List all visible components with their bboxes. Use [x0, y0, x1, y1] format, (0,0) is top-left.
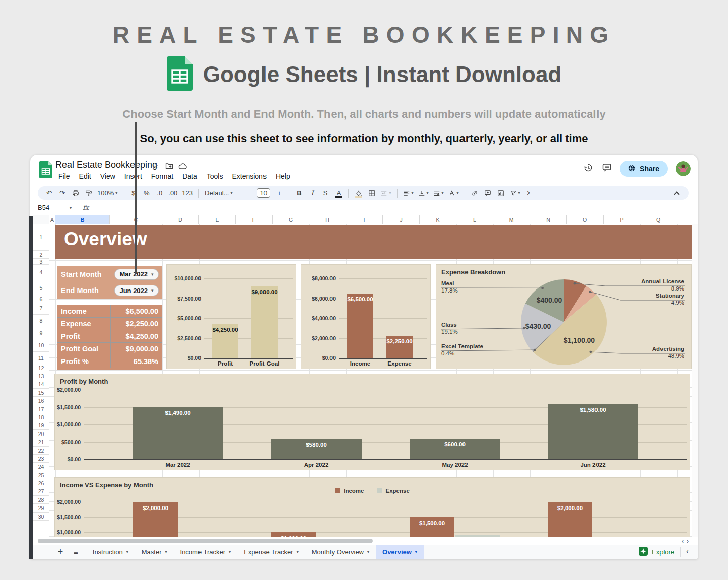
zoom-select-button[interactable]: 100%▾	[96, 188, 118, 198]
paint-format-icon[interactable]	[83, 188, 94, 198]
all-sheets-menu-icon[interactable]: ≡	[74, 548, 78, 556]
row-header-6[interactable]: 6	[33, 296, 49, 302]
row-header-20[interactable]: 20	[33, 430, 49, 438]
row-header-14[interactable]: 14	[33, 380, 49, 388]
insert-chart-icon[interactable]	[496, 188, 506, 198]
explore-button[interactable]: Explore	[639, 545, 674, 559]
version-history-icon[interactable]	[583, 163, 593, 175]
increase-decimals-button[interactable]: .00	[167, 188, 178, 198]
font-size-button[interactable]: 10	[256, 188, 271, 198]
scrollbar-arrows[interactable]: ‹›	[682, 538, 692, 545]
insert-comment-icon[interactable]	[483, 188, 493, 198]
start-month-dropdown[interactable]: Mar 2022 ▾	[114, 269, 159, 280]
row-header-28[interactable]: 28	[33, 496, 49, 504]
functions-button[interactable]: Σ	[524, 188, 535, 198]
col-header-H[interactable]: H	[309, 215, 346, 224]
avatar[interactable]	[676, 161, 691, 176]
share-button[interactable]: Share	[620, 161, 668, 177]
fill-color-icon[interactable]	[353, 188, 364, 198]
row-header-17[interactable]: 17	[33, 405, 49, 413]
end-month-dropdown[interactable]: Jun 2022 ▾	[114, 285, 159, 296]
row-header-9[interactable]: 9	[33, 327, 49, 339]
row-header-7[interactable]: 7	[33, 302, 49, 315]
row-header-10[interactable]: 10	[33, 339, 49, 352]
col-header-D[interactable]: D	[162, 215, 199, 224]
row-header-12[interactable]: 12	[33, 364, 49, 372]
row-header-23[interactable]: 23	[33, 455, 49, 463]
tab-monthly-overview[interactable]: Monthly Overview▾	[305, 545, 376, 559]
star-icon[interactable]: ☆	[152, 161, 159, 170]
menu-data[interactable]: Data	[178, 171, 202, 182]
row-header-26[interactable]: 26	[33, 479, 49, 487]
font-size-decrease-button[interactable]: −	[243, 188, 253, 198]
row-header-21[interactable]: 21	[33, 438, 49, 446]
italic-button[interactable]: I	[307, 188, 317, 198]
undo-button[interactable]: ↶	[44, 188, 54, 198]
menu-format[interactable]: Format	[147, 171, 177, 182]
bold-button[interactable]: B	[294, 188, 304, 198]
format-style-select-button[interactable]: Defaul...▾	[204, 188, 233, 198]
col-header-B[interactable]: B	[55, 215, 110, 224]
col-header-L[interactable]: L	[456, 215, 493, 224]
chart-income-vs-expense[interactable]: $8,000.00$6,000.00$4,000.00$2,000.00$0.0…	[301, 264, 431, 369]
create-filter-icon[interactable]: ▾	[509, 188, 521, 198]
col-header-O[interactable]: O	[567, 215, 604, 224]
toolbar-collapse-button[interactable]	[674, 191, 679, 197]
name-box[interactable]: B54	[38, 204, 49, 211]
row-header-18[interactable]: 18	[33, 413, 49, 421]
col-header-Q[interactable]: Q	[640, 215, 677, 224]
collapse-panel-icon[interactable]: ‹	[686, 547, 689, 555]
comment-history-icon[interactable]	[602, 163, 612, 175]
menu-view[interactable]: View	[96, 171, 119, 182]
add-sheet-button[interactable]: +	[54, 547, 67, 557]
tab-expense-tracker[interactable]: Expense Tracker▾	[237, 545, 305, 559]
horizontal-scrollbar-thumb[interactable]	[38, 539, 373, 543]
col-header-N[interactable]: N	[530, 215, 567, 224]
row-header-30[interactable]: 30	[33, 513, 49, 521]
row-header-25[interactable]: 25	[33, 471, 49, 479]
horizontal-align-icon[interactable]: ▾	[402, 188, 415, 198]
insert-link-icon[interactable]	[470, 188, 480, 198]
format-percent-button[interactable]: %	[141, 188, 152, 198]
document-title[interactable]: Real Estate Bookkeeping	[55, 160, 157, 170]
row-header-5[interactable]: 5	[33, 280, 49, 296]
tab-overview[interactable]: Overview▾	[376, 545, 424, 559]
menu-help[interactable]: Help	[272, 171, 294, 182]
vertical-scrollbar[interactable]	[692, 224, 698, 537]
strikethrough-button[interactable]: S	[320, 188, 330, 198]
menu-extensions[interactable]: Extensions	[228, 171, 270, 182]
row-header-11[interactable]: 11	[33, 352, 49, 364]
format-currency-button[interactable]: $	[128, 188, 139, 198]
grid-corner[interactable]	[33, 215, 49, 224]
row-header-27[interactable]: 27	[33, 487, 49, 495]
tab-instruction[interactable]: Instruction▾	[86, 545, 135, 559]
text-color-button[interactable]: A	[333, 188, 344, 198]
text-rotation-icon[interactable]: ▾	[447, 188, 460, 198]
borders-icon[interactable]	[366, 188, 377, 198]
chart-income-vs-expense-by-month[interactable]: Income VS Expense by MonthIncomeExpense$…	[54, 477, 690, 537]
tab-income-tracker[interactable]: Income Tracker▾	[174, 545, 238, 559]
menu-edit[interactable]: Edit	[75, 171, 95, 182]
row-header-29[interactable]: 29	[33, 504, 49, 512]
vertical-align-icon[interactable]: ▾	[417, 188, 430, 198]
cloud-status-icon[interactable]	[178, 163, 187, 171]
row-header-1[interactable]: 1	[33, 224, 49, 251]
col-header-A[interactable]: A	[49, 215, 55, 224]
col-header-K[interactable]: K	[420, 215, 456, 224]
col-header-E[interactable]: E	[199, 215, 236, 224]
col-header-I[interactable]: I	[346, 215, 383, 224]
col-header-J[interactable]: J	[383, 215, 420, 224]
decrease-decimals-button[interactable]: .0	[154, 188, 165, 198]
row-header-8[interactable]: 8	[33, 315, 49, 327]
col-header-P[interactable]: P	[604, 215, 640, 224]
row-header-22[interactable]: 22	[33, 447, 49, 455]
row-header-3[interactable]: 3	[33, 259, 49, 265]
row-header-15[interactable]: 15	[33, 389, 49, 397]
more-formats-button[interactable]: 123	[181, 188, 194, 198]
redo-button[interactable]: ↷	[57, 188, 68, 198]
row-header-16[interactable]: 16	[33, 397, 49, 405]
chart-expense-breakdown[interactable]: Expense BreakdownAnnual License8.9%Stati…	[436, 264, 692, 369]
row-header-13[interactable]: 13	[33, 372, 49, 380]
tab-master[interactable]: Master▾	[135, 545, 174, 559]
chart-profit-by-month[interactable]: Profit by Month$2,000.00$1,500.00$1,000.…	[54, 374, 690, 470]
